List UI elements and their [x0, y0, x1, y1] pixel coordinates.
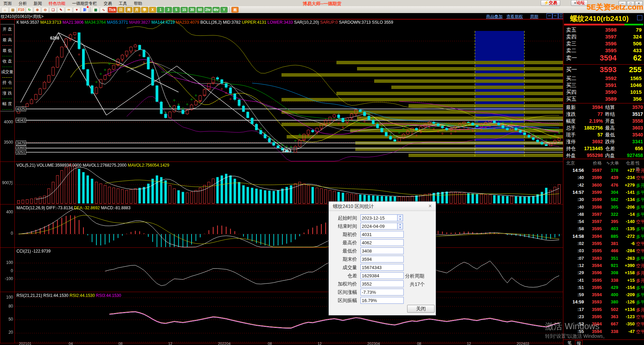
trade-row: :513595429-154多平 — [563, 285, 644, 292]
forum-icon: ● — [574, 0, 576, 5]
field-label: 期初价 — [329, 232, 357, 238]
contract-tab[interactable]: 纹2410(010610)<周线> — [1, 14, 44, 20]
close-button[interactable]: 关闭 — [407, 305, 435, 313]
indicator-segment: RSI(21,21,21) — [16, 293, 43, 298]
trades-header-cell: 北京 — [566, 160, 575, 166]
period-1m[interactable]: 1 — [157, 7, 164, 13]
activate-windows-watermark: 激活 Windows 转到“设置”以激活 Windows。 — [545, 321, 608, 340]
link-overlay[interactable]: 商品叠加 — [486, 14, 503, 20]
period-season[interactable]: 季 — [141, 7, 148, 13]
field-label: 期末价 — [329, 256, 357, 263]
indicator-segment: RSI1:44.1530 — [43, 293, 70, 298]
axis-label: 900万 — [0, 180, 13, 186]
axis-label: -100 — [0, 276, 13, 281]
field-input-期末价[interactable] — [360, 256, 404, 263]
period-2hr[interactable]: 2hr — [204, 7, 212, 13]
panel-window-icon[interactable] — [637, 15, 642, 20]
snapshot-icon[interactable]: 画 — [231, 7, 239, 13]
chart-axis-border — [14, 19, 15, 343]
indicator-segment: RSI3:44.1530 — [96, 293, 121, 298]
zoom-in-icon[interactable]: ⊕ — [34, 7, 41, 13]
time-axis-label: 202204 — [218, 342, 231, 345]
indicator-segment: DEA:-32.8692 — [74, 205, 101, 210]
stat-row: 持仓1713445仓差656 — [563, 146, 644, 153]
field-input-最高价[interactable] — [360, 239, 404, 246]
board-icon[interactable]: ▦ — [92, 7, 99, 13]
trade-row: :233595363-123空平 — [563, 314, 644, 321]
field-input-仓差[interactable] — [360, 272, 404, 279]
price-level-label: 3479 — [16, 141, 26, 145]
field-label: 最低价 — [329, 248, 357, 254]
trend-icon[interactable]: ∿ — [100, 7, 107, 13]
dialog-title[interactable]: 螺纹2410 区间统计 ✕ — [329, 202, 436, 211]
link-options[interactable]: 查看期权 — [506, 14, 523, 20]
field-label: 起始时间 — [329, 215, 357, 221]
field-input-结束时间[interactable] — [360, 223, 398, 230]
period-5m[interactable]: 5 — [173, 7, 180, 13]
toolbar: ⌂▤F10↻⊕⊖❏✎✑▼新▦∿Tick日周月季X1351530602hr4hrY… — [0, 6, 644, 13]
period-30m[interactable]: 30 — [188, 7, 196, 13]
field-input-起始时间[interactable] — [360, 214, 398, 221]
spinner-control[interactable]: ▲▼ — [397, 223, 403, 230]
period-month[interactable]: 月 — [133, 7, 140, 13]
stat-row: 最新3594结算3570 — [563, 104, 644, 111]
period-3m[interactable]: 3 — [165, 7, 172, 13]
tab-tick[interactable]: 笔 — [566, 340, 573, 345]
field-input-最低价[interactable] — [360, 247, 404, 254]
prev-contract-icon[interactable]: ⇦ — [547, 13, 552, 19]
tab-quote[interactable]: 报 — [575, 340, 583, 345]
stat-row: 总手1882756最高3603 — [563, 125, 644, 132]
page-setup-icon[interactable]: ▤ — [9, 7, 16, 13]
f10-info-icon[interactable]: F10 — [17, 7, 25, 13]
dialog-field-row: 最低价 — [329, 247, 436, 255]
interval-stats-dialog: 螺纹2410 区间统计 ✕ 起始时间▲▼结束时间▲▼期初价最高价最低价期末价成交… — [329, 201, 436, 315]
field-input-成交量[interactable] — [360, 264, 404, 271]
refresh-icon[interactable]: ↻ — [26, 7, 33, 13]
trade-row: :033595466-284空平 — [563, 248, 644, 255]
pane-border-rsi — [0, 292, 563, 292]
period-15m[interactable]: 15 — [181, 7, 188, 13]
field-input-期初价[interactable] — [360, 231, 404, 238]
period-4hr[interactable]: 4hr — [212, 7, 220, 13]
zoom-out-icon[interactable]: ⊖ — [42, 7, 49, 13]
filter-icon[interactable]: ▼ — [73, 7, 80, 13]
price-level-label: 3360 — [16, 145, 26, 150]
period-tick[interactable]: Tick — [108, 7, 117, 13]
vol-indicator-label: VOL(5,21) VOLUME:3598934.0000 MAVOL1:276… — [16, 163, 169, 168]
field-input-区间涨幅[interactable] — [360, 289, 404, 296]
trade-quick-button[interactable]: ⚡交易 — [541, 0, 560, 6]
dialog-field-row: 起始时间▲▼ — [329, 214, 436, 222]
legend-开盘: 开 盘 — [0, 24, 14, 35]
spinner-control[interactable]: ▲▼ — [397, 214, 403, 221]
time-axis-label: 12 — [168, 342, 172, 345]
paint-icon[interactable]: ✑ — [65, 7, 72, 13]
trade-row: :483597322-14多平 — [563, 212, 644, 219]
trade-row: :583595403-135多平 — [563, 226, 644, 233]
next-contract-icon[interactable]: ⇨ — [552, 13, 558, 19]
field-label: 最高价 — [329, 240, 357, 246]
trade-row: :413595338+15多开 — [563, 278, 644, 285]
field-label: 加权均价 — [329, 281, 357, 287]
field-input-区间振幅[interactable] — [360, 297, 404, 304]
draw-line-icon[interactable]: ✎ — [57, 7, 65, 13]
home-icon[interactable]: ⌂ — [1, 7, 9, 13]
period-week[interactable]: 周 — [125, 7, 133, 13]
field-input-加权均价[interactable] — [360, 280, 404, 287]
period-x[interactable]: X — [149, 7, 156, 13]
period-day[interactable]: 日 — [117, 7, 125, 13]
indicator-segment: SAR(10,2,20) — [294, 20, 320, 25]
dialog-field-row: 成交量 — [329, 264, 436, 272]
overlay-icon[interactable]: ❏ — [49, 7, 57, 13]
indicator-segment: MACD:-81.8883 — [101, 205, 130, 210]
new-feature-icon[interactable]: 新 — [81, 7, 88, 13]
app-window: 页面分析新闻特色功能一德期货专栏交易工具帮助 博易大师--一德期货 ⚡交易 ●论… — [0, 0, 644, 345]
legend-持仓: 持 仓 — [0, 78, 14, 88]
trade-row: 14:563597378+27空开 — [563, 168, 644, 175]
period-60m[interactable]: 60 — [196, 7, 204, 13]
toolbar-separator — [90, 7, 90, 12]
link-period[interactable]: 周期 — [530, 14, 538, 20]
forum-button[interactable]: ●论坛 — [571, 0, 588, 6]
legend-幅度: 幅 度 — [0, 99, 14, 110]
close-icon[interactable]: ✕ — [427, 203, 433, 209]
period-year[interactable]: Y — [220, 7, 228, 13]
